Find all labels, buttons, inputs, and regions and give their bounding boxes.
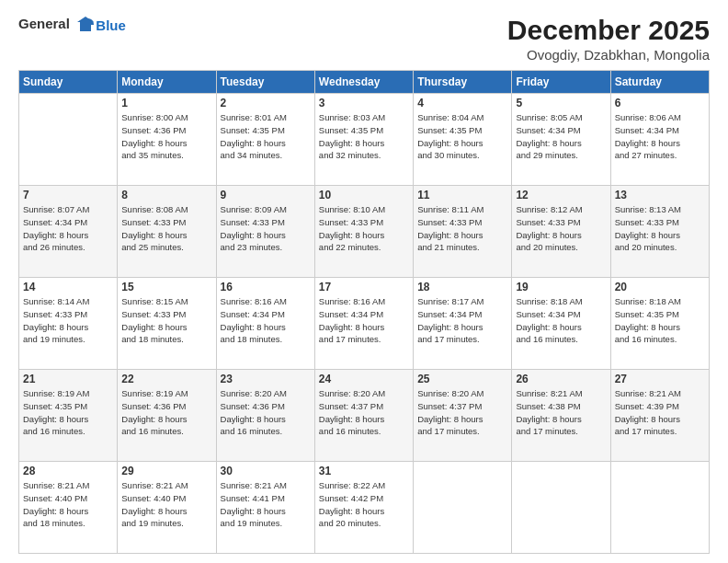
- day-cell: 15Sunrise: 8:15 AM Sunset: 4:33 PM Dayli…: [118, 278, 216, 370]
- weekday-header-row: SundayMondayTuesdayWednesdayThursdayFrid…: [19, 71, 710, 94]
- day-info: Sunrise: 8:20 AM Sunset: 4:37 PM Dayligh…: [417, 387, 507, 438]
- day-number: 11: [417, 189, 507, 201]
- weekday-header-monday: Monday: [118, 71, 216, 94]
- day-number: 17: [319, 281, 409, 293]
- day-info: Sunrise: 8:19 AM Sunset: 4:36 PM Dayligh…: [121, 387, 211, 438]
- day-cell: 28Sunrise: 8:21 AM Sunset: 4:40 PM Dayli…: [19, 462, 118, 554]
- day-cell: 19Sunrise: 8:18 AM Sunset: 4:34 PM Dayli…: [512, 278, 610, 370]
- day-cell: 16Sunrise: 8:16 AM Sunset: 4:34 PM Dayli…: [216, 278, 314, 370]
- week-row-5: 28Sunrise: 8:21 AM Sunset: 4:40 PM Dayli…: [19, 462, 710, 554]
- day-info: Sunrise: 8:21 AM Sunset: 4:38 PM Dayligh…: [516, 387, 606, 438]
- day-info: Sunrise: 8:21 AM Sunset: 4:41 PM Dayligh…: [221, 479, 311, 530]
- day-cell: 13Sunrise: 8:13 AM Sunset: 4:33 PM Dayli…: [610, 186, 709, 278]
- day-info: Sunrise: 8:21 AM Sunset: 4:40 PM Dayligh…: [23, 479, 113, 530]
- day-info: Sunrise: 8:14 AM Sunset: 4:33 PM Dayligh…: [23, 295, 113, 346]
- day-info: Sunrise: 8:20 AM Sunset: 4:37 PM Dayligh…: [319, 387, 409, 438]
- month-title: December 2025: [507, 15, 710, 45]
- weekday-header-wednesday: Wednesday: [314, 71, 413, 94]
- day-info: Sunrise: 8:18 AM Sunset: 4:34 PM Dayligh…: [516, 295, 606, 346]
- day-number: 10: [319, 189, 409, 201]
- day-cell: 3Sunrise: 8:03 AM Sunset: 4:35 PM Daylig…: [314, 94, 413, 186]
- day-info: Sunrise: 8:07 AM Sunset: 4:34 PM Dayligh…: [23, 203, 113, 254]
- day-cell: 12Sunrise: 8:12 AM Sunset: 4:33 PM Dayli…: [512, 186, 610, 278]
- logo: General Blue: [18, 15, 126, 35]
- week-row-1: 1Sunrise: 8:00 AM Sunset: 4:36 PM Daylig…: [19, 94, 710, 186]
- day-cell: 17Sunrise: 8:16 AM Sunset: 4:34 PM Dayli…: [314, 278, 413, 370]
- day-number: 26: [516, 373, 606, 385]
- day-number: 5: [516, 97, 606, 109]
- day-cell: 4Sunrise: 8:04 AM Sunset: 4:35 PM Daylig…: [414, 94, 512, 186]
- day-cell: 29Sunrise: 8:21 AM Sunset: 4:40 PM Dayli…: [118, 462, 216, 554]
- day-info: Sunrise: 8:16 AM Sunset: 4:34 PM Dayligh…: [319, 295, 409, 346]
- day-number: 23: [221, 373, 311, 385]
- day-number: 20: [615, 281, 705, 293]
- day-cell: 11Sunrise: 8:11 AM Sunset: 4:33 PM Dayli…: [414, 186, 512, 278]
- day-cell: 31Sunrise: 8:22 AM Sunset: 4:42 PM Dayli…: [314, 462, 413, 554]
- title-block: December 2025 Ovogdiy, Dzabkhan, Mongoli…: [507, 15, 710, 63]
- day-number: 27: [615, 373, 705, 385]
- day-number: 6: [615, 97, 705, 109]
- day-info: Sunrise: 8:03 AM Sunset: 4:35 PM Dayligh…: [319, 111, 409, 162]
- day-number: 21: [23, 373, 113, 385]
- day-number: 30: [221, 465, 311, 477]
- day-number: 3: [319, 97, 409, 109]
- week-row-4: 21Sunrise: 8:19 AM Sunset: 4:35 PM Dayli…: [19, 370, 710, 462]
- day-number: 16: [221, 281, 311, 293]
- weekday-header-saturday: Saturday: [610, 71, 709, 94]
- day-info: Sunrise: 8:01 AM Sunset: 4:35 PM Dayligh…: [221, 111, 311, 162]
- day-info: Sunrise: 8:18 AM Sunset: 4:35 PM Dayligh…: [615, 295, 705, 346]
- day-cell: 24Sunrise: 8:20 AM Sunset: 4:37 PM Dayli…: [314, 370, 413, 462]
- day-number: 31: [319, 465, 409, 477]
- day-number: 29: [121, 465, 211, 477]
- day-number: 28: [23, 465, 113, 477]
- day-number: 1: [121, 97, 211, 109]
- weekday-header-thursday: Thursday: [414, 71, 512, 94]
- day-info: Sunrise: 8:08 AM Sunset: 4:33 PM Dayligh…: [121, 203, 211, 254]
- day-info: Sunrise: 8:05 AM Sunset: 4:34 PM Dayligh…: [516, 111, 606, 162]
- day-info: Sunrise: 8:09 AM Sunset: 4:33 PM Dayligh…: [221, 203, 311, 254]
- day-info: Sunrise: 8:21 AM Sunset: 4:39 PM Dayligh…: [615, 387, 705, 438]
- day-number: 12: [516, 189, 606, 201]
- day-cell: [610, 462, 709, 554]
- week-row-3: 14Sunrise: 8:14 AM Sunset: 4:33 PM Dayli…: [19, 278, 710, 370]
- day-info: Sunrise: 8:13 AM Sunset: 4:33 PM Dayligh…: [615, 203, 705, 254]
- day-info: Sunrise: 8:16 AM Sunset: 4:34 PM Dayligh…: [221, 295, 311, 346]
- day-info: Sunrise: 8:22 AM Sunset: 4:42 PM Dayligh…: [319, 479, 409, 530]
- day-info: Sunrise: 8:06 AM Sunset: 4:34 PM Dayligh…: [615, 111, 705, 162]
- weekday-header-friday: Friday: [512, 71, 610, 94]
- calendar-page: General Blue December 2025 Ovogdiy, Dzab…: [0, 0, 728, 563]
- day-cell: 2Sunrise: 8:01 AM Sunset: 4:35 PM Daylig…: [216, 94, 314, 186]
- day-cell: 18Sunrise: 8:17 AM Sunset: 4:34 PM Dayli…: [414, 278, 512, 370]
- day-number: 9: [221, 189, 311, 201]
- logo-general: General: [18, 15, 96, 35]
- day-cell: [19, 94, 118, 186]
- header: General Blue December 2025 Ovogdiy, Dzab…: [18, 15, 710, 63]
- day-number: 18: [417, 281, 507, 293]
- day-cell: 27Sunrise: 8:21 AM Sunset: 4:39 PM Dayli…: [610, 370, 709, 462]
- day-info: Sunrise: 8:10 AM Sunset: 4:33 PM Dayligh…: [319, 203, 409, 254]
- day-number: 4: [417, 97, 507, 109]
- day-cell: [414, 462, 512, 554]
- day-number: 7: [23, 189, 113, 201]
- day-info: Sunrise: 8:04 AM Sunset: 4:35 PM Dayligh…: [417, 111, 507, 162]
- location-title: Ovogdiy, Dzabkhan, Mongolia: [507, 47, 710, 63]
- day-cell: 23Sunrise: 8:20 AM Sunset: 4:36 PM Dayli…: [216, 370, 314, 462]
- day-number: 15: [121, 281, 211, 293]
- day-info: Sunrise: 8:21 AM Sunset: 4:40 PM Dayligh…: [121, 479, 211, 530]
- day-info: Sunrise: 8:00 AM Sunset: 4:36 PM Dayligh…: [121, 111, 211, 162]
- day-number: 2: [221, 97, 311, 109]
- day-number: 24: [319, 373, 409, 385]
- weekday-header-tuesday: Tuesday: [216, 71, 314, 94]
- day-cell: 9Sunrise: 8:09 AM Sunset: 4:33 PM Daylig…: [216, 186, 314, 278]
- day-cell: 25Sunrise: 8:20 AM Sunset: 4:37 PM Dayli…: [414, 370, 512, 462]
- day-info: Sunrise: 8:12 AM Sunset: 4:33 PM Dayligh…: [516, 203, 606, 254]
- day-info: Sunrise: 8:17 AM Sunset: 4:34 PM Dayligh…: [417, 295, 507, 346]
- day-cell: [512, 462, 610, 554]
- day-cell: 5Sunrise: 8:05 AM Sunset: 4:34 PM Daylig…: [512, 94, 610, 186]
- day-cell: 14Sunrise: 8:14 AM Sunset: 4:33 PM Dayli…: [19, 278, 118, 370]
- day-number: 22: [121, 373, 211, 385]
- logo-blue-text: Blue: [96, 17, 126, 33]
- day-info: Sunrise: 8:15 AM Sunset: 4:33 PM Dayligh…: [121, 295, 211, 346]
- day-number: 25: [417, 373, 507, 385]
- logo-general-text: General: [18, 16, 70, 31]
